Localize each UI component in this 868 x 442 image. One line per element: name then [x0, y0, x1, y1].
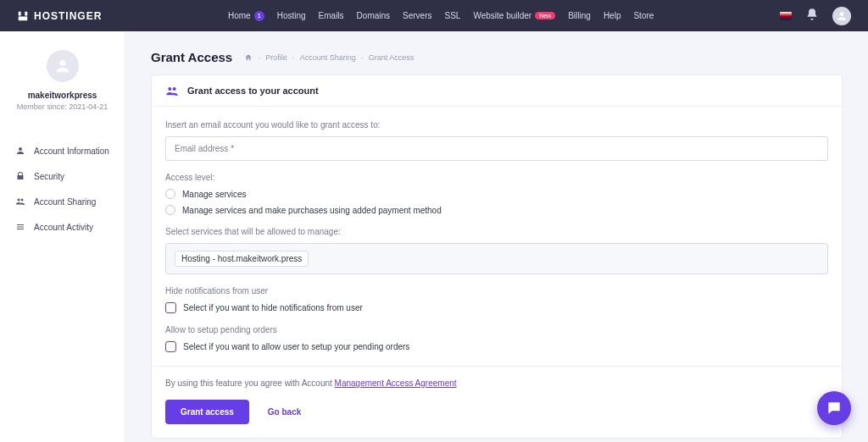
sidebar-item-account-sharing[interactable]: Account Sharing [0, 189, 125, 214]
page-title: Grant Access [151, 50, 232, 64]
top-header: HOSTINGER Home 1 Hosting Emails Domains … [0, 0, 868, 31]
sidebar-item-label: Account Sharing [34, 197, 96, 207]
radio-manage-purchase[interactable] [165, 205, 175, 215]
breadcrumb-profile[interactable]: Profile [265, 53, 287, 62]
email-input[interactable] [165, 136, 828, 161]
chat-icon [826, 400, 843, 417]
lock-icon [15, 171, 25, 181]
sidebar: makeitworkpress Member since: 2021-04-21… [0, 31, 125, 442]
grant-access-card: Grant access to your account Insert an e… [151, 75, 843, 439]
nav-store[interactable]: Store [633, 11, 654, 21]
nav-ssl[interactable]: SSL [445, 11, 461, 21]
services-select[interactable]: Hosting - host.makeitwork.press [165, 243, 828, 274]
sidebar-item-label: Account Information [34, 146, 109, 156]
pending-orders-check-label: Select if you want to allow user to setu… [183, 342, 409, 351]
go-back-link[interactable]: Go back [268, 407, 301, 417]
nav-builder-label: Website builder [473, 11, 531, 20]
nav-website-builder[interactable]: Website builder New [473, 11, 555, 21]
card-title: Grant access to your account [187, 86, 319, 96]
pending-orders-checkbox[interactable] [165, 341, 176, 352]
grant-access-button[interactable]: Grant access [165, 400, 249, 424]
nav-home[interactable]: Home 1 [228, 11, 264, 21]
services-label: Select services that will be allowed to … [165, 227, 828, 236]
language-flag-icon[interactable] [780, 12, 792, 20]
notifications-icon[interactable] [805, 8, 819, 25]
nav-builder-badge: New [535, 12, 555, 19]
people-icon [15, 196, 25, 207]
account-avatar[interactable] [832, 7, 851, 25]
access-level-label: Access level: [165, 173, 828, 182]
hide-notifications-checkbox[interactable] [165, 302, 176, 313]
nav-domains[interactable]: Domains [357, 11, 390, 21]
email-hint-label: Insert an email account you would like t… [165, 120, 828, 130]
help-chat-button[interactable] [817, 391, 851, 425]
sidebar-item-account-activity[interactable]: Account Activity [0, 214, 125, 240]
profile-name: makeitworkpress [0, 91, 125, 100]
header-right [780, 7, 851, 25]
hide-notifications-check-label: Select if you want to hide notifications… [183, 303, 363, 312]
profile-block: makeitworkpress Member since: 2021-04-21 [0, 50, 125, 126]
brand-logo[interactable]: HOSTINGER [17, 10, 102, 22]
person-icon [15, 146, 25, 156]
breadcrumb-sep: - [292, 53, 295, 62]
nav-emails[interactable]: Emails [319, 11, 344, 21]
nav-home-badge: 1 [254, 11, 264, 21]
home-icon[interactable] [244, 53, 253, 62]
sidebar-item-security[interactable]: Security [0, 163, 125, 189]
radio-manage-services[interactable] [165, 189, 175, 199]
radio-manage-services-label: Manage services [182, 190, 247, 199]
people-icon [165, 86, 179, 96]
pending-orders-label: Allow to setup pending orders [165, 325, 828, 334]
agreement-link[interactable]: Management Access Agreement [335, 378, 457, 388]
nav-billing[interactable]: Billing [568, 11, 591, 21]
breadcrumb: - Profile - Account Sharing - Grant Acce… [244, 53, 414, 62]
hide-notifications-label: Hide notifications from user [165, 286, 828, 296]
radio-manage-purchase-label: Manage services and make purchases using… [182, 206, 442, 215]
breadcrumb-sharing[interactable]: Account Sharing [300, 53, 356, 62]
profile-avatar-icon [47, 50, 79, 82]
breadcrumb-current: Grant Access [369, 53, 415, 62]
list-icon [15, 222, 25, 232]
nav-help[interactable]: Help [604, 11, 621, 21]
breadcrumb-sep: - [361, 53, 364, 62]
sidebar-item-account-info[interactable]: Account Information [0, 138, 125, 163]
side-menu: Account Information Security Account Sha… [0, 138, 125, 240]
nav-home-label: Home [228, 11, 251, 20]
agreement-text: By using this feature you agree with Acc… [165, 378, 335, 388]
nav-servers[interactable]: Servers [403, 11, 431, 21]
main-content: Grant Access - Profile - Account Sharing… [125, 31, 868, 442]
sidebar-item-label: Account Activity [34, 223, 93, 232]
profile-member-since: Member since: 2021-04-21 [0, 102, 125, 111]
brand-text: HOSTINGER [34, 10, 102, 22]
card-head: Grant access to your account [152, 75, 842, 107]
sidebar-item-label: Security [34, 172, 64, 181]
breadcrumb-sep: - [258, 53, 260, 62]
service-chip: Hosting - host.makeitwork.press [175, 251, 309, 267]
primary-nav: Home 1 Hosting Emails Domains Servers SS… [228, 11, 654, 21]
hostinger-icon [17, 10, 29, 22]
nav-hosting[interactable]: Hosting [277, 11, 306, 21]
